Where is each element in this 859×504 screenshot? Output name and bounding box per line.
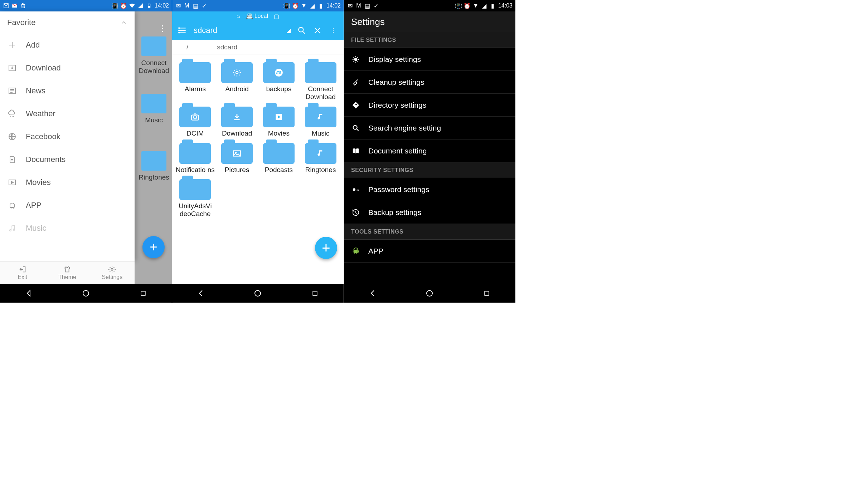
svg-point-27: [354, 58, 357, 61]
settings-item-label: APP: [368, 247, 383, 255]
vibrate-icon: 📳: [283, 3, 290, 9]
image-icon: [232, 148, 242, 158]
mail-icon: ✉: [347, 3, 353, 9]
dropdown-triangle-icon[interactable]: ◢: [286, 27, 291, 34]
nav-home[interactable]: [253, 288, 263, 298]
signal-icon: ◢: [309, 3, 316, 9]
folder-item[interactable]: Connect Download: [300, 59, 341, 101]
drawer-item-weather[interactable]: Weather: [0, 102, 135, 125]
folder-icon: ES: [263, 59, 295, 83]
image-icon: ▤: [364, 3, 370, 9]
more-icon[interactable]: ⋮: [329, 26, 338, 35]
nav-home[interactable]: [81, 288, 91, 298]
folder-icon: [179, 176, 211, 200]
nav-back[interactable]: [24, 288, 34, 298]
alarm-icon: ⏰: [292, 3, 299, 9]
settings-item[interactable]: APP: [344, 240, 515, 263]
drawer-item-news[interactable]: News: [0, 79, 135, 102]
settings-item[interactable]: Directory settings: [344, 94, 515, 117]
folder-icon: [305, 103, 336, 127]
folder-item[interactable]: Notificatio ns: [175, 140, 215, 174]
tab-empty-icon[interactable]: ▢: [274, 13, 279, 20]
svg-point-33: [427, 290, 432, 296]
toolbar-title[interactable]: sdcard: [194, 26, 280, 35]
status-bar: ✉ M ▤ ✓ 📳 ⏰ ▼ ◢ ▮ 14:02: [172, 0, 344, 11]
android-navbar: [344, 284, 515, 303]
nav-recent[interactable]: [310, 288, 320, 298]
settings-item[interactable]: Document setting: [344, 140, 515, 162]
favorite-drawer: Favorite Add Download News Weather: [0, 11, 135, 261]
nav-recent[interactable]: [138, 288, 148, 298]
bottom-theme[interactable]: Theme: [45, 261, 89, 284]
folder-label: DCIM: [175, 129, 215, 137]
image-icon: ▤: [192, 3, 199, 9]
close-icon[interactable]: [313, 26, 322, 35]
settings-item[interactable]: Cleanup settings: [344, 71, 515, 94]
drawer-item-facebook[interactable]: Facebook: [0, 125, 135, 148]
music-icon: [316, 148, 326, 158]
section-title: Favorite: [7, 18, 35, 27]
drawer-item-add[interactable]: Add: [0, 34, 135, 57]
phone-2-file-grid: ✉ M ▤ ✓ 📳 ⏰ ▼ ◢ ▮ 14:02 ⌂ 📇 Local ▢ sdca…: [172, 0, 344, 303]
bg-folder: Ringtones: [136, 151, 172, 205]
breadcrumb-root[interactable]: /: [186, 43, 188, 51]
svg-rect-12: [141, 291, 145, 295]
broom-icon: [351, 78, 360, 87]
drawer-item-music[interactable]: Music: [0, 217, 135, 240]
folder-item[interactable]: Podcasts: [259, 140, 299, 174]
folder-label: Podcasts: [259, 166, 299, 174]
folder-item[interactable]: Download: [217, 103, 257, 137]
fab-add[interactable]: +: [315, 237, 337, 259]
exit-icon: [19, 265, 26, 273]
tab-local[interactable]: 📇 Local: [246, 13, 268, 20]
folder-item[interactable]: Pictures: [217, 140, 257, 174]
settings-item-label: Password settings: [368, 185, 429, 194]
folder-item[interactable]: ES backups: [259, 59, 299, 101]
android-icon: [351, 246, 360, 256]
folder-item[interactable]: Android: [217, 59, 257, 101]
android-navbar: [172, 284, 344, 303]
menu-icon[interactable]: [178, 26, 187, 35]
android-icon: [7, 200, 17, 210]
shop-icon: ✓: [373, 3, 379, 9]
folder-label: Android: [217, 85, 257, 93]
music-icon: [7, 223, 17, 233]
drawer-item-movies[interactable]: Movies: [0, 171, 135, 194]
search-icon[interactable]: [297, 26, 306, 35]
key-icon: [351, 185, 360, 194]
svg-text:ES: ES: [276, 70, 282, 75]
bottom-settings[interactable]: Settings: [90, 261, 135, 284]
drawer-item-documents[interactable]: Documents: [0, 148, 135, 171]
battery-icon: ▮: [490, 3, 496, 9]
svg-rect-7: [10, 204, 14, 207]
nav-back[interactable]: [196, 288, 206, 298]
settings-item[interactable]: Search engine setting: [344, 117, 515, 140]
bg-folder: Connect Download: [136, 36, 172, 90]
es-icon: ES: [274, 68, 284, 78]
settings-item[interactable]: Password settings: [344, 178, 515, 201]
nav-recent[interactable]: [482, 288, 492, 298]
drawer-item-label: Movies: [26, 178, 51, 187]
folder-item[interactable]: Movies: [259, 103, 299, 137]
bottom-exit[interactable]: Exit: [0, 261, 45, 284]
settings-item-label: Backup settings: [368, 208, 421, 217]
folder-label: backups: [259, 85, 299, 93]
breadcrumb-current[interactable]: sdcard: [217, 43, 237, 51]
drawer-item-download[interactable]: Download: [0, 57, 135, 79]
nav-home[interactable]: [424, 288, 435, 298]
more-icon[interactable]: ⋮: [158, 24, 167, 34]
fab-add[interactable]: +: [142, 236, 165, 258]
drawer-section-header[interactable]: Favorite: [0, 11, 135, 34]
settings-item[interactable]: Backup settings: [344, 201, 515, 224]
settings-item[interactable]: Display settings: [344, 48, 515, 71]
nav-back[interactable]: [368, 288, 378, 298]
folder-item[interactable]: Alarms: [175, 59, 215, 101]
folder-item[interactable]: Ringtones: [300, 140, 341, 174]
home-icon[interactable]: ⌂: [237, 13, 240, 19]
folder-item[interactable]: DCIM: [175, 103, 215, 137]
folder-item[interactable]: UnityAdsVi deoCache: [175, 176, 215, 218]
folder-icon: [221, 103, 253, 127]
breadcrumb: / sdcard: [172, 40, 344, 54]
drawer-item-app[interactable]: APP: [0, 194, 135, 217]
folder-item[interactable]: Music: [300, 103, 341, 137]
